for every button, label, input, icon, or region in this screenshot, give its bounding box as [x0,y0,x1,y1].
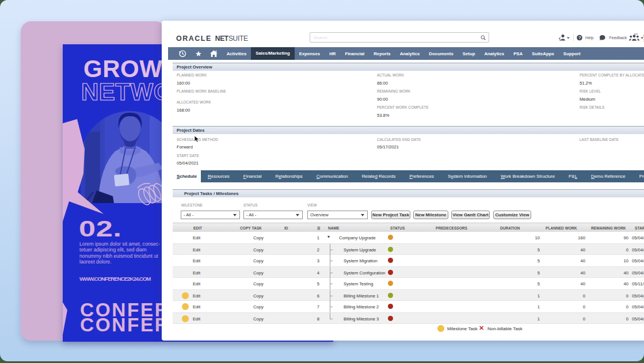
svg-text:Help: Help [585,36,594,40]
svg-text:Feedback: Feedback [609,36,627,40]
svg-text:?: ? [578,35,581,40]
